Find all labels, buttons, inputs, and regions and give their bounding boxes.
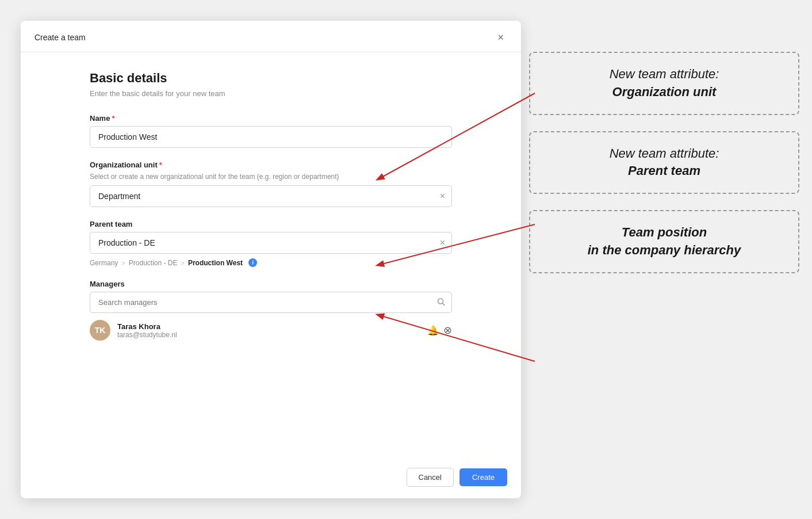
managers-search-input[interactable] — [90, 292, 452, 313]
modal-body: Basic details Enter the basic details fo… — [21, 52, 521, 460]
modal-footer: Cancel Create — [21, 460, 521, 498]
manager-actions: 🔔 ⊗ — [427, 324, 452, 337]
org-unit-label: Organizational unit * — [90, 161, 452, 169]
parent-team-value: Production - DE — [98, 238, 155, 247]
create-team-modal: Create a team × Basic details Enter the … — [21, 21, 521, 498]
modal-title: Create a team — [35, 33, 86, 42]
managers-label: Managers — [90, 280, 452, 288]
org-unit-sublabel: Select or create a new organizational un… — [90, 173, 452, 181]
breadcrumb-item-3: Production West — [188, 259, 243, 267]
annotation-box-1: New team attribute:Organization unit — [529, 52, 799, 115]
name-required-indicator: * — [112, 114, 114, 123]
manager-name: Taras Khora — [117, 322, 420, 331]
modal-header: Create a team × — [21, 21, 521, 52]
annotation-box-3: Team positionin the company hierarchy — [529, 210, 799, 273]
managers-search-wrapper — [90, 292, 452, 313]
annotation-text-2: New team attribute:Parent team — [546, 145, 782, 181]
breadcrumb: Germany > Production - DE > Production W… — [90, 258, 452, 267]
remove-manager-icon[interactable]: ⊗ — [443, 324, 452, 337]
breadcrumb-info-icon[interactable]: i — [248, 258, 257, 267]
org-unit-select[interactable]: Department — [90, 185, 452, 207]
manager-info: Taras Khora taras@studytube.nl — [117, 322, 420, 339]
breadcrumb-item-1: Germany — [90, 259, 118, 267]
create-button[interactable]: Create — [459, 468, 507, 486]
section-title: Basic details — [90, 71, 452, 86]
search-icon-button[interactable] — [437, 297, 445, 307]
svg-line-1 — [443, 303, 445, 306]
avatar: TK — [90, 320, 110, 341]
name-label: Name * — [90, 114, 452, 123]
annotation-text-3: Team positionin the company hierarchy — [546, 224, 782, 260]
org-unit-required-indicator: * — [159, 161, 162, 169]
managers-field-group: Managers TK Taras Khora taras@studytube.… — [90, 280, 452, 341]
bell-icon[interactable]: 🔔 — [427, 325, 439, 336]
parent-team-label: Parent team — [90, 220, 452, 228]
parent-team-clear-button[interactable]: × — [440, 238, 445, 248]
parent-team-select-wrapper: Production - DE × — [90, 232, 452, 254]
parent-team-select[interactable]: Production - DE — [90, 232, 452, 254]
parent-team-field-group: Parent team Production - DE × Germany > … — [90, 220, 452, 267]
annotation-box-2: New team attribute:Parent team — [529, 131, 799, 194]
org-unit-select-wrapper: Department × — [90, 185, 452, 207]
manager-email: taras@studytube.nl — [117, 331, 420, 339]
name-input[interactable] — [90, 126, 452, 148]
close-button[interactable]: × — [494, 31, 507, 44]
search-icon — [437, 297, 445, 306]
breadcrumb-item-2: Production - DE — [129, 259, 178, 267]
annotation-text-1: New team attribute:Organization unit — [546, 66, 782, 101]
org-unit-field-group: Organizational unit * Select or create a… — [90, 161, 452, 207]
breadcrumb-sep-1: > — [121, 260, 125, 266]
breadcrumb-sep-2: > — [181, 260, 185, 266]
org-unit-clear-button[interactable]: × — [440, 191, 445, 201]
name-field-group: Name * — [90, 114, 452, 148]
section-subtitle: Enter the basic details for your new tea… — [90, 89, 452, 98]
annotations-area: New team attribute:Organization unit New… — [529, 52, 799, 289]
manager-item: TK Taras Khora taras@studytube.nl 🔔 ⊗ — [90, 320, 452, 341]
cancel-button[interactable]: Cancel — [407, 468, 454, 487]
org-unit-value: Department — [98, 192, 140, 201]
